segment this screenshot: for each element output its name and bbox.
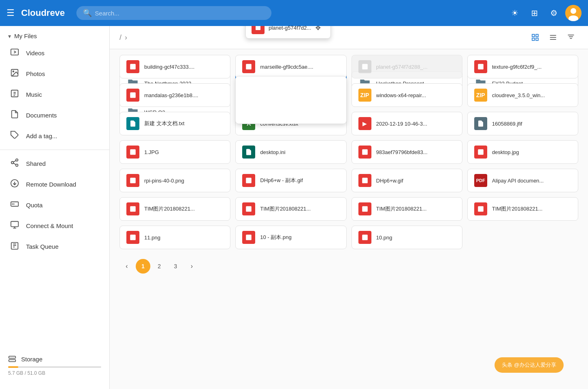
svg-point-62 [363,179,364,180]
image-icon [126,202,139,215]
next-page-button[interactable]: › [184,259,199,274]
file-item[interactable]: TIM图片201808221... [351,197,462,221]
txt-icon [126,117,139,130]
page-button-1[interactable]: 1 [136,259,150,274]
svg-point-68 [363,207,364,209]
svg-line-12 [13,161,16,162]
user-avatar[interactable] [565,5,581,21]
file-item[interactable]: texture-g9fc6f2cf9_... [467,55,578,78]
file-item[interactable]: marseille-gf9cdc5ae.... [235,55,346,78]
page-button-3[interactable]: 3 [168,259,183,274]
sidebar-item-shared[interactable]: Shared [0,153,109,174]
image-icon [358,202,371,215]
file-item[interactable]: 10 - 副本.png [235,226,346,249]
svg-point-44 [247,65,248,66]
svg-point-66 [247,207,248,209]
sidebar-item-connect-mount[interactable]: Connect & Mount [0,215,109,236]
videos-label: Videos [26,50,45,57]
search-input[interactable] [95,10,265,17]
prev-page-button[interactable]: ‹ [119,259,134,274]
file-item[interactable]: 新建 文本文档.txt [119,112,230,135]
content-toolbar: / › [110,26,588,49]
sidebar-item-remote-download[interactable]: Remote Download [0,174,109,195]
file-item[interactable]: 11.png [119,226,230,249]
storage-bar-background [8,366,101,368]
sidebar-item-photos[interactable]: Photos [0,63,109,84]
sidebar-item-music[interactable]: Music [0,84,109,105]
image-icon [474,202,487,215]
image-icon [126,89,139,102]
svg-rect-29 [532,35,535,37]
sidebar-item-task-queue[interactable]: Task Queue [0,236,109,257]
file-name: windows-x64-repair... [376,92,456,98]
grid-view-button[interactable] [528,30,542,45]
video-file-icon: ▶ [358,117,371,130]
file-item[interactable]: mandalas-g236e1b8.... [119,83,230,107]
svg-point-76 [363,236,364,237]
file-item[interactable]: TIM图片201808221... [235,197,346,221]
file-item[interactable]: desktop.ini [235,140,346,164]
svg-rect-21 [11,243,18,250]
sidebar-item-add-tag[interactable]: Add a tag... [0,126,109,146]
sidebar-item-documents[interactable]: Documents [0,105,109,126]
file-item[interactable]: 16058869.jfif [467,112,578,135]
image-icon [126,231,139,244]
grid-view-button[interactable]: ⊞ [526,5,542,21]
file-item[interactable]: desktop.jpg [467,140,578,164]
svg-rect-18 [11,222,18,227]
generic-icon [474,117,487,130]
sidebar-item-quota[interactable]: Quota [0,195,109,215]
svg-point-70 [479,207,480,209]
file-item[interactable]: TIM图片201808221... [467,197,578,221]
photos-label: Photos [26,70,45,77]
svg-point-8 [16,159,18,161]
my-files-section[interactable]: ▾ My Files [0,26,109,43]
file-item[interactable]: 983aef79796bfde83... [351,140,462,164]
svg-line-11 [13,163,16,165]
image-icon [474,60,487,73]
file-item[interactable]: ▶ 2020-12-19 10-46-3... [351,112,462,135]
zip-icon: ZIP [474,89,487,102]
file-item[interactable]: planet-g574f7d288_... [351,55,462,78]
file-item[interactable]: PDF Alipay API documen... [467,169,578,192]
list-view-button[interactable] [546,30,560,45]
file-item[interactable]: ZIP windows-x64-repair... [351,83,462,107]
search-icon: 🔍 [83,9,92,17]
file-item[interactable]: 10.png [351,226,462,249]
theme-toggle-button[interactable]: ☀ [507,5,523,21]
page-button-2[interactable]: 2 [152,259,167,274]
file-item[interactable]: 1.JPG [119,140,230,164]
file-item[interactable]: DHp6+w - 副本.gif [235,169,346,192]
menu-icon[interactable]: ☰ [7,8,15,18]
svg-rect-25 [9,356,16,358]
file-item[interactable]: DHp6+w.gif [351,169,462,192]
file-name: 新建 文本文档.txt [144,120,223,127]
search-bar[interactable]: 🔍 [76,6,271,20]
breadcrumb-forward-icon[interactable]: › [125,33,127,42]
quota-icon [10,200,20,211]
chevron-down-icon: ▾ [8,33,11,39]
sort-button[interactable] [564,30,578,45]
photos-icon [10,68,20,79]
file-item[interactable]: ZIP cloudreve_3.5.0_win... [467,83,578,107]
storage-usage-text: 5.7 GB / 51.0 GB [8,370,101,376]
image-icon [242,174,255,187]
svg-point-64 [131,207,132,209]
file-item[interactable]: building-gcf47c333.... [119,55,230,78]
storage-label: Storage [21,356,43,363]
file-item[interactable]: TIM图片201808221... [119,197,230,221]
video-icon [10,48,20,59]
file-name: 1.JPG [144,149,223,155]
storage-section: Storage 5.7 GB / 51.0 GB [0,348,109,382]
svg-point-74 [247,236,248,237]
task-queue-label: Task Queue [26,243,59,250]
image-icon [242,231,255,244]
settings-button[interactable]: ⚙ [546,5,562,21]
svg-point-60 [247,179,248,180]
mount-icon [10,220,20,231]
image-icon [126,60,139,73]
add-tag-label: Add a tag... [26,133,57,139]
sidebar-item-videos[interactable]: Videos [0,43,109,63]
svg-point-56 [479,150,480,152]
file-item[interactable]: rpi-pins-40-0.png [119,169,230,192]
